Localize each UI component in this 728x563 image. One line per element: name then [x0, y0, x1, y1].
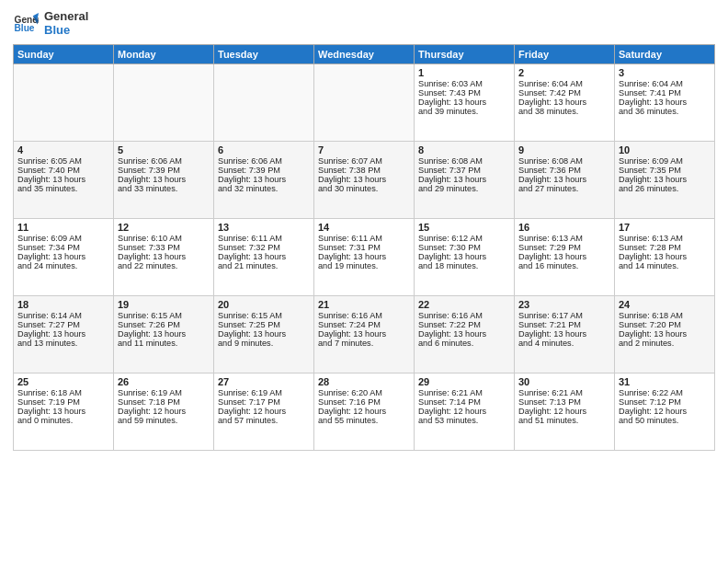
day-info: Sunset: 7:19 PM	[17, 397, 109, 407]
col-header-friday: Friday	[515, 45, 615, 64]
day-info: Sunrise: 6:21 AM	[418, 388, 510, 397]
day-info: Daylight: 13 hours	[418, 98, 510, 107]
day-cell: 8Sunrise: 6:08 AMSunset: 7:37 PMDaylight…	[415, 142, 515, 219]
day-info: Daylight: 13 hours	[17, 252, 109, 261]
logo-icon: General Blue	[13, 10, 39, 36]
day-number: 3	[619, 67, 711, 78]
day-info: Daylight: 13 hours	[318, 175, 410, 184]
day-cell: 25Sunrise: 6:18 AMSunset: 7:19 PMDayligh…	[14, 373, 114, 451]
day-info: Sunrise: 6:20 AM	[318, 388, 410, 397]
day-info: Sunset: 7:36 PM	[518, 166, 610, 175]
day-info: Daylight: 13 hours	[518, 252, 610, 261]
day-info: Daylight: 13 hours	[118, 175, 210, 184]
day-number: 9	[518, 144, 610, 155]
day-info: Daylight: 13 hours	[17, 175, 109, 184]
day-cell: 9Sunrise: 6:08 AMSunset: 7:36 PMDaylight…	[515, 142, 615, 219]
day-number: 23	[518, 299, 610, 310]
day-info: and 32 minutes.	[218, 184, 310, 193]
calendar-table: SundayMondayTuesdayWednesdayThursdayFrid…	[13, 44, 715, 451]
day-cell: 18Sunrise: 6:14 AMSunset: 7:27 PMDayligh…	[14, 296, 114, 373]
day-info: and 2 minutes.	[619, 339, 711, 348]
day-info: and 35 minutes.	[17, 184, 109, 193]
day-info: Daylight: 12 hours	[118, 407, 210, 416]
day-number: 18	[17, 299, 109, 310]
day-info: and 38 minutes.	[518, 107, 610, 116]
day-info: Daylight: 13 hours	[218, 252, 310, 261]
day-info: Sunset: 7:30 PM	[418, 243, 510, 252]
day-cell: 30Sunrise: 6:21 AMSunset: 7:13 PMDayligh…	[515, 373, 615, 451]
day-cell	[214, 64, 314, 142]
week-row-4: 18Sunrise: 6:14 AMSunset: 7:27 PMDayligh…	[14, 296, 715, 373]
day-cell: 23Sunrise: 6:17 AMSunset: 7:21 PMDayligh…	[515, 296, 615, 373]
day-info: Sunset: 7:35 PM	[619, 166, 711, 175]
day-cell	[14, 64, 114, 142]
day-cell	[114, 64, 214, 142]
day-info: Sunrise: 6:18 AM	[619, 311, 711, 320]
day-info: Daylight: 13 hours	[619, 252, 711, 261]
day-info: Sunrise: 6:10 AM	[118, 234, 210, 243]
day-info: and 4 minutes.	[518, 339, 610, 348]
day-info: Daylight: 13 hours	[518, 329, 610, 339]
day-number: 7	[318, 144, 410, 155]
day-info: Sunset: 7:28 PM	[619, 243, 711, 252]
day-info: Sunrise: 6:03 AM	[418, 79, 510, 88]
day-info: and 51 minutes.	[518, 416, 610, 425]
day-info: Sunset: 7:37 PM	[418, 166, 510, 175]
day-info: and 22 minutes.	[118, 261, 210, 270]
day-info: Sunset: 7:39 PM	[218, 166, 310, 175]
day-number: 28	[318, 376, 410, 387]
week-row-5: 25Sunrise: 6:18 AMSunset: 7:19 PMDayligh…	[14, 373, 715, 451]
day-info: Sunrise: 6:12 AM	[418, 234, 510, 243]
day-cell: 27Sunrise: 6:19 AMSunset: 7:17 PMDayligh…	[214, 373, 314, 451]
day-info: Daylight: 13 hours	[118, 252, 210, 261]
day-info: and 53 minutes.	[418, 416, 510, 425]
day-info: Sunrise: 6:17 AM	[518, 311, 610, 320]
day-info: Daylight: 13 hours	[619, 98, 711, 107]
day-info: Sunset: 7:24 PM	[318, 320, 410, 329]
day-info: Sunrise: 6:14 AM	[17, 311, 109, 320]
logo-general: General	[44, 9, 88, 23]
day-info: and 26 minutes.	[619, 184, 711, 193]
day-info: Daylight: 13 hours	[518, 98, 610, 107]
day-info: Sunrise: 6:09 AM	[619, 156, 711, 166]
day-info: and 9 minutes.	[218, 339, 310, 348]
day-info: Sunset: 7:39 PM	[118, 166, 210, 175]
day-info: Sunset: 7:22 PM	[418, 320, 510, 329]
day-number: 14	[318, 222, 410, 233]
day-info: Sunrise: 6:08 AM	[418, 156, 510, 166]
day-info: Daylight: 12 hours	[518, 407, 610, 416]
day-info: Sunrise: 6:11 AM	[218, 234, 310, 243]
day-cell: 4Sunrise: 6:05 AMSunset: 7:40 PMDaylight…	[14, 142, 114, 219]
col-header-sunday: Sunday	[14, 45, 114, 64]
day-cell: 22Sunrise: 6:16 AMSunset: 7:22 PMDayligh…	[415, 296, 515, 373]
day-info: Sunrise: 6:19 AM	[218, 388, 310, 397]
col-header-thursday: Thursday	[415, 45, 515, 64]
day-info: and 16 minutes.	[518, 261, 610, 270]
day-info: Daylight: 13 hours	[218, 175, 310, 184]
day-number: 11	[17, 222, 109, 233]
day-number: 19	[118, 299, 210, 310]
day-info: Daylight: 13 hours	[17, 407, 109, 416]
day-cell: 17Sunrise: 6:13 AMSunset: 7:28 PMDayligh…	[615, 219, 715, 296]
day-info: and 59 minutes.	[118, 416, 210, 425]
day-info: and 50 minutes.	[619, 416, 711, 425]
day-cell: 7Sunrise: 6:07 AMSunset: 7:38 PMDaylight…	[314, 142, 415, 219]
day-info: and 19 minutes.	[318, 261, 410, 270]
week-row-2: 4Sunrise: 6:05 AMSunset: 7:40 PMDaylight…	[14, 142, 715, 219]
day-info: Sunrise: 6:15 AM	[218, 311, 310, 320]
day-cell: 16Sunrise: 6:13 AMSunset: 7:29 PMDayligh…	[515, 219, 615, 296]
day-cell: 14Sunrise: 6:11 AMSunset: 7:31 PMDayligh…	[314, 219, 415, 296]
day-number: 17	[619, 222, 711, 233]
day-info: and 30 minutes.	[318, 184, 410, 193]
day-info: Sunset: 7:17 PM	[218, 397, 310, 407]
day-cell: 21Sunrise: 6:16 AMSunset: 7:24 PMDayligh…	[314, 296, 415, 373]
day-info: Sunrise: 6:16 AM	[418, 311, 510, 320]
day-number: 1	[418, 67, 510, 78]
day-cell: 28Sunrise: 6:20 AMSunset: 7:16 PMDayligh…	[314, 373, 415, 451]
day-cell: 26Sunrise: 6:19 AMSunset: 7:18 PMDayligh…	[114, 373, 214, 451]
day-cell: 31Sunrise: 6:22 AMSunset: 7:12 PMDayligh…	[615, 373, 715, 451]
day-number: 12	[118, 222, 210, 233]
day-info: and 55 minutes.	[318, 416, 410, 425]
day-info: Sunset: 7:12 PM	[619, 397, 711, 407]
day-number: 24	[619, 299, 711, 310]
